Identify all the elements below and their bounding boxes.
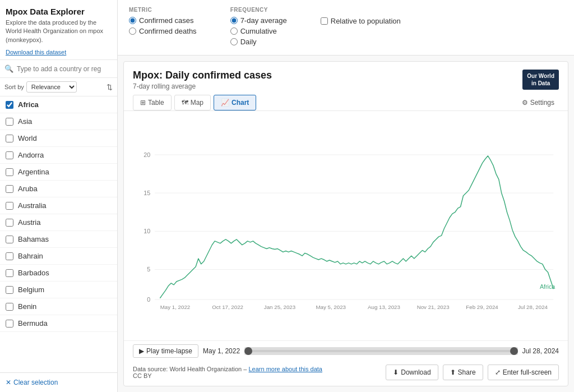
- svg-text:May 5, 2023: May 5, 2023: [316, 304, 346, 310]
- bahrain-checkbox[interactable]: [6, 252, 13, 260]
- africa-checkbox[interactable]: [6, 101, 13, 109]
- download-dataset-link[interactable]: Download this dataset: [6, 49, 66, 56]
- svg-text:May 1, 2022: May 1, 2022: [160, 304, 191, 310]
- metric-group: METRIC Confirmed cases Confirmed deaths: [129, 7, 197, 48]
- clear-selection-button[interactable]: ✕ Clear selection: [6, 379, 112, 386]
- play-button[interactable]: ▶ Play time-lapse: [133, 344, 198, 358]
- relative-population-label: Relative to population: [331, 17, 401, 25]
- license-text: CC BY: [133, 372, 152, 379]
- 7day-option[interactable]: 7-day average: [230, 16, 287, 25]
- country-label: Austria: [18, 218, 40, 227]
- list-item[interactable]: Bermuda: [0, 315, 117, 332]
- timeline-end-handle[interactable]: [510, 347, 518, 355]
- line-chart: 20 15 10 5 0 May 1, 2022 Oct 17, 2022 Ja…: [133, 117, 559, 340]
- austria-checkbox[interactable]: [6, 219, 13, 227]
- list-item[interactable]: Belgium: [0, 282, 117, 298]
- confirmed-deaths-radio[interactable]: [129, 27, 136, 35]
- timeline-slider[interactable]: [244, 347, 518, 355]
- list-item[interactable]: Asia: [0, 113, 117, 130]
- confirmed-deaths-option[interactable]: Confirmed deaths: [129, 27, 197, 35]
- download-label: Download: [401, 368, 430, 376]
- timeline-bar: ▶ Play time-lapse May 1, 2022 Jul 28, 20…: [124, 340, 568, 361]
- download-button[interactable]: ⬇ Download: [386, 365, 438, 380]
- list-item[interactable]: Austria: [0, 214, 117, 231]
- svg-text:20: 20: [144, 151, 150, 158]
- chart-subtitle: 7-day rolling average: [133, 82, 272, 90]
- aruba-checkbox[interactable]: [6, 185, 13, 193]
- relative-population-checkbox[interactable]: [321, 17, 328, 25]
- share-button[interactable]: ⬆ Share: [443, 365, 483, 380]
- search-input[interactable]: [17, 65, 113, 73]
- list-item[interactable]: World: [0, 130, 117, 147]
- list-item[interactable]: Argentina: [0, 164, 117, 181]
- list-item[interactable]: Bahamas: [0, 231, 117, 248]
- sort-bar: Sort by Relevance Alphabetical ⇅: [0, 78, 117, 96]
- svg-text:5: 5: [147, 266, 150, 273]
- daily-option[interactable]: Daily: [230, 38, 287, 46]
- australia-checkbox[interactable]: [6, 202, 13, 210]
- barbados-checkbox[interactable]: [6, 269, 13, 277]
- download-icon: ⬇: [393, 368, 399, 376]
- tab-map[interactable]: 🗺 Map: [174, 95, 211, 110]
- belgium-checkbox[interactable]: [6, 286, 13, 294]
- fullscreen-button[interactable]: ⤢ Enter full-screen: [488, 365, 559, 380]
- cumulative-label: Cumulative: [240, 27, 277, 35]
- country-label: Africa: [18, 100, 39, 109]
- share-label: Share: [458, 368, 476, 376]
- sidebar-description: Explore the data produced by the World H…: [6, 19, 112, 44]
- relative-population-option[interactable]: Relative to population: [321, 17, 401, 25]
- owid-badge: Our World in Data: [522, 70, 559, 90]
- 7day-radio[interactable]: [230, 17, 238, 24]
- chart-footer: Data source: World Health Organization –…: [124, 361, 568, 386]
- list-item[interactable]: Aruba: [0, 181, 117, 197]
- world-checkbox[interactable]: [6, 135, 13, 142]
- tab-table-label: Table: [148, 99, 164, 107]
- tab-table[interactable]: ⊞ Table: [133, 95, 172, 110]
- frequency-group: FREQUENCY 7-day average Cumulative Daily: [230, 7, 287, 48]
- tab-chart[interactable]: 📈 Chart: [214, 95, 256, 110]
- list-item[interactable]: Andorra: [0, 147, 117, 164]
- data-source-link[interactable]: Learn more about this data: [248, 366, 322, 372]
- country-label: Belgium: [18, 285, 44, 294]
- country-label: Australia: [18, 201, 47, 210]
- settings-button[interactable]: ⚙ Settings: [517, 96, 559, 109]
- list-item[interactable]: Benin: [0, 298, 117, 315]
- timeline-start-handle[interactable]: [244, 347, 252, 355]
- data-source: Data source: World Health Organization –…: [133, 366, 322, 379]
- svg-text:0: 0: [147, 296, 150, 303]
- bermuda-checkbox[interactable]: [6, 320, 13, 328]
- metric-label: METRIC: [129, 7, 197, 13]
- relative-group: Relative to population: [321, 7, 401, 48]
- country-label: World: [18, 134, 37, 142]
- sidebar: Mpox Data Explorer Explore the data prod…: [0, 0, 118, 392]
- daily-radio[interactable]: [230, 38, 238, 45]
- asia-checkbox[interactable]: [6, 118, 13, 126]
- cumulative-option[interactable]: Cumulative: [230, 27, 287, 35]
- chart-icon: 📈: [221, 99, 229, 107]
- list-item[interactable]: Australia: [0, 197, 117, 214]
- fullscreen-label: Enter full-screen: [503, 368, 552, 376]
- play-icon: ▶: [139, 347, 144, 355]
- confirmed-cases-label: Confirmed cases: [139, 16, 194, 25]
- andorra-checkbox[interactable]: [6, 151, 13, 159]
- benin-checkbox[interactable]: [6, 303, 13, 311]
- sidebar-header: Mpox Data Explorer Explore the data prod…: [0, 0, 117, 60]
- sort-order-icon[interactable]: ⇅: [107, 83, 113, 91]
- confirmed-cases-option[interactable]: Confirmed cases: [129, 16, 197, 25]
- table-icon: ⊞: [140, 99, 146, 107]
- chart-area: Mpox: Daily confirmed cases 7-day rollin…: [123, 61, 568, 386]
- argentina-checkbox[interactable]: [6, 168, 13, 176]
- country-label: Barbados: [18, 269, 49, 277]
- main-content: METRIC Confirmed cases Confirmed deaths …: [118, 0, 574, 392]
- sidebar-footer: ✕ Clear selection: [0, 372, 117, 392]
- list-item[interactable]: Bahrain: [0, 248, 117, 265]
- sort-select[interactable]: Relevance Alphabetical: [26, 81, 77, 93]
- cumulative-radio[interactable]: [230, 27, 238, 35]
- list-item[interactable]: Barbados: [0, 265, 117, 282]
- confirmed-cases-radio[interactable]: [129, 17, 136, 24]
- svg-text:Nov 21, 2023: Nov 21, 2023: [417, 304, 450, 310]
- bahamas-checkbox[interactable]: [6, 236, 13, 243]
- chart-tabs: ⊞ Table 🗺 Map 📈 Chart ⚙ Settings: [124, 95, 568, 111]
- list-item[interactable]: Africa: [0, 96, 117, 113]
- clear-selection-label: Clear selection: [13, 379, 58, 386]
